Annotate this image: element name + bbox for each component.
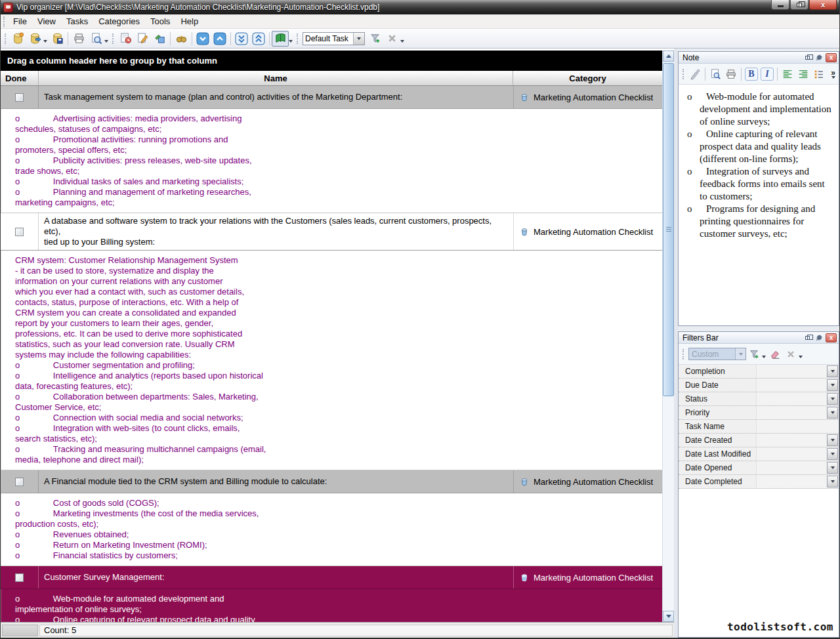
task-category: Marketing Automation Checklist	[534, 573, 653, 583]
task-row[interactable]: A Financial module tied to the CRM syste…	[1, 470, 662, 493]
filters-toolbar-grip[interactable]	[682, 349, 684, 360]
note-print-button[interactable]	[723, 66, 739, 82]
new-task-button[interactable]	[117, 31, 134, 47]
panel-splitter-horizontal[interactable]	[678, 326, 839, 331]
menu-view[interactable]: View	[32, 15, 61, 28]
filter-dropdown-button[interactable]	[827, 379, 838, 391]
column-header-category[interactable]: Category	[513, 71, 662, 85]
edit-note-button[interactable]	[687, 66, 703, 82]
filters-close-button[interactable]: x	[826, 333, 837, 342]
restore-button[interactable]	[790, 0, 808, 10]
bullet-list-button[interactable]	[811, 66, 827, 82]
filter-dropdown-button[interactable]	[827, 434, 838, 446]
filters-overflow-icon[interactable]	[799, 356, 803, 358]
print-dropdown-icon[interactable]	[104, 40, 108, 43]
menu-tasks[interactable]: Tasks	[61, 15, 93, 28]
filter-value-cell[interactable]	[756, 365, 826, 378]
filter-value-cell[interactable]	[756, 434, 826, 447]
task-row-selected[interactable]: Customer Survey Management: Marketing Au…	[1, 566, 662, 589]
toolbar-grip[interactable]	[5, 33, 7, 44]
delete-filter-button[interactable]	[783, 346, 799, 362]
clear-filter-button[interactable]	[767, 346, 783, 362]
filter-dropdown-icon[interactable]	[762, 356, 766, 358]
toolbar-grip-3[interactable]	[297, 33, 299, 44]
column-header-name[interactable]: Name	[39, 71, 513, 85]
insert-template-button[interactable]	[366, 31, 383, 47]
task-checkbox[interactable]	[15, 478, 24, 486]
note-toolbar-grip[interactable]	[682, 69, 684, 79]
save-database-button[interactable]	[49, 31, 66, 47]
add-filter-button[interactable]	[746, 346, 762, 362]
note-toolbar-overflow[interactable]: »	[831, 70, 837, 79]
filters-restore-button[interactable]	[802, 333, 813, 342]
arrow-down-icon	[666, 615, 671, 618]
print-button[interactable]	[70, 31, 87, 47]
task-type-combobox[interactable]: Default Task	[303, 32, 365, 45]
filter-dropdown-button[interactable]	[827, 476, 838, 487]
note-content[interactable]: o Web-module for automated development a…	[679, 85, 839, 325]
move-bottom-button[interactable]	[233, 31, 250, 47]
filter-value-cell[interactable]	[756, 461, 826, 474]
delete-template-button[interactable]	[383, 31, 400, 47]
toolbar-overflow-icon[interactable]	[400, 40, 404, 43]
task-row[interactable]: A database and software system to track …	[1, 213, 662, 251]
note-close-button[interactable]: x	[826, 53, 837, 62]
filter-value-cell[interactable]	[756, 420, 839, 433]
note-print-preview-button[interactable]	[707, 66, 723, 82]
move-down-button[interactable]	[194, 31, 211, 47]
filter-value-cell[interactable]	[756, 406, 826, 419]
align-right-button[interactable]	[795, 66, 811, 82]
filter-value-cell[interactable]	[756, 475, 826, 488]
toolbar-grip-2[interactable]	[112, 33, 114, 44]
notes-dropdown-icon[interactable]	[289, 40, 293, 43]
italic-button[interactable]: I	[759, 66, 775, 82]
filter-value-cell[interactable]	[756, 379, 826, 392]
close-button[interactable]: x	[809, 0, 837, 10]
filter-dropdown-button[interactable]	[827, 407, 838, 419]
task-checkbox[interactable]	[15, 228, 24, 236]
notes-panel-toggle-button[interactable]	[272, 31, 289, 47]
task-checkbox[interactable]	[15, 573, 24, 582]
task-move-button[interactable]	[151, 31, 168, 47]
scrollbar-thumb[interactable]	[663, 63, 674, 396]
find-button[interactable]	[173, 31, 190, 47]
edit-task-button[interactable]	[134, 31, 151, 47]
move-up-button[interactable]	[211, 31, 228, 47]
filter-value-cell[interactable]	[756, 392, 826, 405]
category-icon	[520, 573, 529, 582]
menu-grip[interactable]	[3, 16, 5, 27]
filter-value-cell[interactable]	[756, 447, 826, 461]
filters-pin-button[interactable]	[814, 333, 825, 342]
task-row[interactable]: Task management system to manage (plan a…	[1, 86, 662, 109]
bold-button[interactable]: B	[744, 66, 759, 82]
grid-vertical-scrollbar[interactable]	[662, 51, 674, 622]
custom-filter-dropdown-button[interactable]	[735, 348, 746, 360]
open-database-button[interactable]	[26, 31, 43, 47]
print-preview-button[interactable]	[87, 31, 104, 47]
task-type-dropdown-button[interactable]	[353, 33, 364, 45]
scroll-up-button[interactable]	[663, 51, 674, 62]
chevron-down-icon	[357, 37, 361, 40]
new-database-button[interactable]	[9, 31, 26, 47]
open-database-dropdown-icon[interactable]	[43, 40, 47, 43]
filter-dropdown-button[interactable]	[827, 448, 838, 460]
align-left-button[interactable]	[780, 66, 795, 82]
scrollbar-track[interactable]	[663, 62, 674, 611]
note-restore-button[interactable]	[802, 53, 813, 62]
scroll-down-button[interactable]	[663, 611, 674, 622]
group-by-bar[interactable]: Drag a column header here to group by th…	[1, 51, 662, 71]
custom-filter-combobox[interactable]: Custom	[688, 348, 746, 360]
filter-dropdown-button[interactable]	[827, 393, 838, 405]
task-category: Marketing Automation Checklist	[534, 93, 653, 102]
minimize-button[interactable]	[771, 0, 789, 10]
menu-file[interactable]: File	[8, 15, 32, 28]
menu-categories[interactable]: Categories	[93, 15, 145, 28]
filter-dropdown-button[interactable]	[827, 365, 838, 377]
note-pin-button[interactable]	[814, 53, 825, 62]
column-header-done[interactable]: Done	[1, 71, 39, 85]
filter-dropdown-button[interactable]	[827, 462, 838, 474]
task-checkbox[interactable]	[15, 93, 24, 102]
menu-help[interactable]: Help	[175, 15, 203, 28]
menu-tools[interactable]: Tools	[145, 15, 175, 28]
move-top-button[interactable]	[250, 31, 267, 47]
